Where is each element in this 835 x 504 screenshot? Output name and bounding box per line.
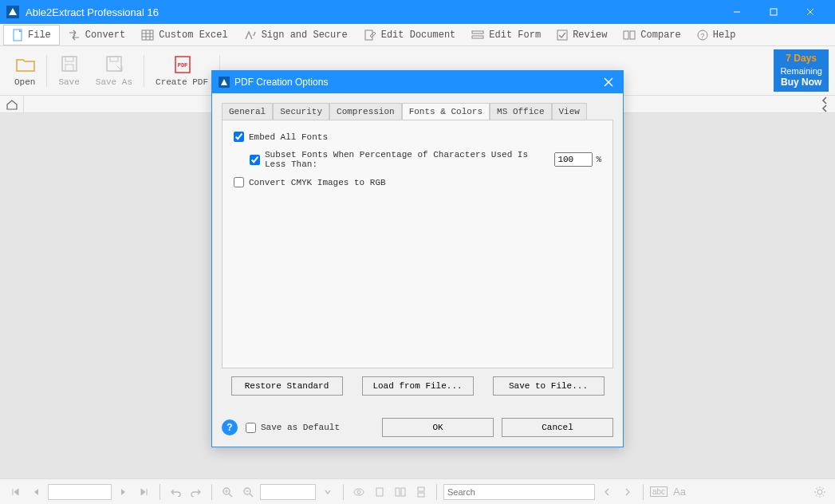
status-separator [211,484,212,500]
svg-rect-20 [65,57,73,61]
excel-icon [141,30,154,41]
next-page-button[interactable] [115,483,132,501]
redo-button[interactable] [187,483,205,501]
trial-badge[interactable]: 7 Days Remaining Buy Now [774,49,829,92]
statusbar: abc Aa [0,478,835,504]
view-mode-3-button[interactable] [392,483,409,501]
save-button[interactable]: Save [50,52,87,90]
last-page-button[interactable] [136,483,153,501]
zoom-out-icon [242,486,254,498]
menu-sign-label: Sign and Secure [262,30,348,41]
first-page-button[interactable] [6,483,24,501]
svg-rect-21 [65,65,73,71]
undo-button[interactable] [167,483,184,501]
menu-custom-excel[interactable]: Custom Excel [133,26,235,44]
dialog-footer: ? Save as Default OK Cancel [212,410,623,447]
eye-icon [353,486,365,498]
tab-ms-office[interactable]: MS Office [490,103,551,120]
trial-days: 7 Days [780,53,822,65]
tab-fonts-colors[interactable]: Fonts & Colors [402,103,490,120]
convert-cmyk-checkbox[interactable] [234,177,244,187]
view-mode-1-button[interactable] [350,483,368,501]
toolbar-separator [144,55,144,87]
file-icon [12,29,23,41]
expand-sidebar-button[interactable] [814,96,835,112]
save-as-default-checkbox[interactable] [246,423,256,433]
zoom-in-button[interactable] [219,483,236,501]
save-label: Save [58,77,79,87]
tab-general[interactable]: General [222,103,273,120]
page-number-input[interactable] [48,484,112,500]
view-mode-4-button[interactable] [412,483,430,501]
view-mode-2-button[interactable] [371,483,388,501]
convert-cmyk-row: Convert CMYK Images to RGB [234,177,601,187]
titlebar: Able2Extract Professional 16 [0,0,835,24]
tab-view[interactable]: View [552,103,587,120]
zoom-level-input[interactable] [260,484,316,500]
svg-rect-42 [418,493,424,497]
embed-all-fonts-checkbox[interactable] [234,132,244,142]
edit-form-icon [471,30,484,41]
dialog-title-text: PDF Creation Options [234,77,328,88]
search-next-button[interactable] [619,483,636,501]
save-to-file-button[interactable]: Save to File... [493,376,605,396]
menu-review-label: Review [573,30,607,41]
menu-help[interactable]: ? Help [689,26,744,44]
subset-percentage-input[interactable] [554,152,593,167]
help-icon: ? [226,422,232,433]
menu-convert[interactable]: Convert [60,26,133,44]
menu-edit-form[interactable]: Edit Form [463,26,549,44]
last-icon [140,487,149,497]
menu-file[interactable]: File [3,25,60,45]
tab-security[interactable]: Security [273,103,329,120]
chevron-left-icon [604,488,610,496]
percent-label: % [596,155,601,164]
tab-compression[interactable]: Compression [329,103,402,120]
search-input[interactable] [443,484,595,500]
status-separator [343,484,344,500]
svg-rect-23 [110,57,118,61]
svg-rect-6 [142,30,153,40]
theme-button[interactable] [811,483,829,501]
dialog-help-button[interactable]: ? [222,419,238,435]
font-button[interactable]: Aa [671,483,688,501]
buy-now-label: Buy Now [780,77,822,89]
home-button[interactable] [0,96,24,113]
menu-edit-doc-label: Edit Document [381,30,456,41]
create-pdf-label: Create PDF [156,77,208,87]
zoom-dropdown[interactable] [319,483,337,501]
svg-rect-38 [376,488,383,496]
compare-icon [623,30,636,41]
dialog-titlebar: PDF Creation Options [212,71,623,93]
dialog-close-button[interactable] [601,74,616,90]
svg-text:?: ? [700,33,704,41]
load-from-file-button[interactable]: Load from File... [362,376,474,396]
text-select-button[interactable]: abc [650,483,668,501]
minimize-button[interactable] [719,0,755,24]
create-pdf-button[interactable]: PDF Create PDF [148,52,216,90]
next-icon [120,487,128,497]
menu-edit-document[interactable]: Edit Document [356,26,464,44]
svg-line-50 [816,494,817,496]
menu-excel-label: Custom Excel [159,30,227,41]
subset-fonts-checkbox[interactable] [250,155,260,165]
svg-rect-13 [472,36,483,38]
search-prev-button[interactable] [598,483,616,501]
menu-compare[interactable]: Compare [615,26,688,44]
dialog-body: General Security Compression Fonts & Col… [212,93,623,410]
maximize-button[interactable] [755,0,792,24]
open-button[interactable]: Open [6,52,43,90]
svg-rect-41 [418,487,424,491]
zoom-out-button[interactable] [239,483,257,501]
dialog-tabs: General Security Compression Fonts & Col… [222,103,613,120]
save-as-button[interactable]: Save As [88,52,140,90]
close-button[interactable] [792,0,829,24]
menu-sign-secure[interactable]: Sign and Secure [236,26,356,44]
prev-page-button[interactable] [27,483,45,501]
cancel-button[interactable]: Cancel [502,418,613,437]
status-separator [436,484,437,500]
ok-button[interactable]: OK [382,418,494,437]
zoom-in-icon [222,486,233,498]
menu-review[interactable]: Review [549,26,615,44]
restore-standard-button[interactable]: Restore Standard [231,376,343,396]
